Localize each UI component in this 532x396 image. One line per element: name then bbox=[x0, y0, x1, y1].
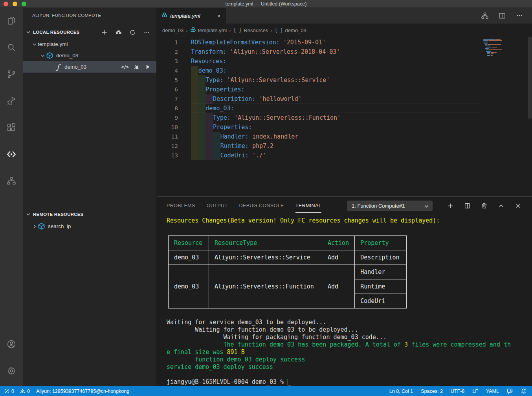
line-number: 2 bbox=[157, 49, 178, 55]
table-cell: Description bbox=[355, 250, 407, 265]
terminal-prompt[interactable]: jiangyu@B-165MLVDL-0004 demo_03 % bbox=[167, 378, 532, 386]
accounts-activity-item[interactable] bbox=[2, 335, 20, 353]
table-cell: demo_03 bbox=[169, 265, 209, 308]
minimap[interactable] bbox=[483, 39, 526, 56]
sidebar: ALIYUN: FUNCTION COMPUTE LOCAL RESOURCES… bbox=[23, 8, 157, 386]
table-row: demo_03Aliyun::Serverless::ServiceAddDes… bbox=[169, 250, 407, 265]
code-line-4[interactable]: 4demo_03: bbox=[157, 66, 532, 75]
code-line-9[interactable]: 9Type: 'Aliyun::Serverless::Function' bbox=[157, 113, 532, 122]
aliyun-function-compute-activity-item[interactable] bbox=[2, 145, 20, 163]
local-resources-header[interactable]: LOCAL RESOURCES bbox=[23, 27, 156, 38]
braces-icon: { } bbox=[233, 27, 242, 33]
deploy-cloud-icon[interactable] bbox=[115, 29, 122, 36]
indentation-status[interactable]: Spaces: 2 bbox=[421, 389, 443, 394]
aliyun-account-status[interactable]: Aliyun: 1295939377467795@cn-hongkong bbox=[36, 389, 129, 394]
breadcrumb-item[interactable]: demo_03 bbox=[162, 27, 183, 33]
code-line-10[interactable]: 10Properties: bbox=[157, 122, 532, 132]
code-line-6[interactable]: 6Properties: bbox=[157, 85, 532, 94]
resource-graph-icon[interactable] bbox=[481, 12, 489, 20]
line-number: 1 bbox=[157, 39, 178, 46]
source-control-activity-item[interactable] bbox=[2, 65, 20, 83]
code-line-5[interactable]: 5Type: 'Aliyun::Serverless::Service' bbox=[157, 75, 532, 85]
code-icon[interactable]: </> bbox=[121, 64, 128, 70]
code-editor[interactable]: 1ROSTemplateFormatVersion: '2015-09-01'2… bbox=[157, 37, 532, 196]
play-icon[interactable] bbox=[145, 64, 151, 70]
tree-item-search_ip[interactable]: search_ip bbox=[23, 221, 156, 232]
table-row: demo_03Aliyun::Serverless::FunctionAddHa… bbox=[169, 265, 407, 279]
table-cell: Runtime bbox=[355, 279, 407, 294]
panel-tab-problems[interactable]: PROBLEMS bbox=[167, 197, 195, 215]
editor-scrollbar[interactable] bbox=[527, 37, 532, 196]
problems-indicator[interactable]: 0 0 bbox=[4, 388, 30, 394]
extensions-activity-item[interactable] bbox=[2, 119, 20, 137]
more-icon[interactable] bbox=[143, 29, 150, 36]
chevron-down-icon bbox=[25, 211, 31, 217]
feedback-icon[interactable] bbox=[507, 388, 513, 394]
add-icon[interactable] bbox=[101, 29, 108, 36]
panel-tab-output[interactable]: OUTPUT bbox=[207, 197, 228, 215]
table-cell: Aliyun::Serverless::Service bbox=[209, 250, 322, 265]
panel-tab-debug-console[interactable]: DEBUG CONSOLE bbox=[239, 197, 284, 215]
settings-gear-activity-item[interactable] bbox=[2, 362, 20, 380]
aliyun-ros-activity-item[interactable] bbox=[2, 172, 20, 190]
title-bar: template.yml — Untitled (Workspace) bbox=[0, 0, 532, 8]
breadcrumb-item[interactable]: { }demo_03 bbox=[275, 27, 306, 33]
tree-item-demo_03[interactable]: demo_03 bbox=[23, 50, 156, 61]
breadcrumb: demo_03 › template.yml › { }Resources › … bbox=[157, 24, 532, 37]
minimize-window-button[interactable] bbox=[13, 2, 17, 6]
notifications-bell-icon[interactable] bbox=[521, 388, 526, 394]
terminal-line: service demo_03 deploy success bbox=[167, 363, 532, 371]
code-line-3[interactable]: 3Resources: bbox=[157, 57, 532, 66]
zoom-window-button[interactable] bbox=[22, 2, 26, 6]
code-line-12[interactable]: 12Runtime: php7.2 bbox=[157, 141, 532, 151]
terminal-line: Waiting for function demo_03 to be deplo… bbox=[167, 326, 532, 334]
line-number: 13 bbox=[157, 152, 178, 159]
refresh-icon[interactable] bbox=[129, 29, 136, 36]
code-line-7[interactable]: 7Description: 'helloworld' bbox=[157, 94, 532, 104]
code-line-13[interactable]: 13CodeUri: './' bbox=[157, 151, 532, 160]
remote-resources-header[interactable]: REMOTE RESOURCES bbox=[23, 209, 156, 220]
terminal[interactable]: Resources Changes(Beta version! Only FC … bbox=[157, 215, 532, 386]
fc-logo-icon bbox=[161, 12, 167, 19]
warning-count: 0 bbox=[27, 389, 30, 394]
bug-icon[interactable] bbox=[134, 64, 140, 70]
breadcrumb-item[interactable]: template.yml bbox=[190, 27, 227, 34]
terminal-picker-dropdown[interactable]: 1: Function Compute#1 bbox=[347, 201, 433, 211]
run-debug-activity-item[interactable] bbox=[2, 92, 20, 110]
cursor-position-status[interactable]: Ln 8, Col 1 bbox=[389, 389, 413, 394]
panel-tab-terminal[interactable]: TERMINAL bbox=[295, 197, 321, 215]
encoding-status[interactable]: UTF-8 bbox=[451, 389, 464, 394]
terminal-cursor bbox=[288, 379, 291, 385]
close-window-button[interactable] bbox=[4, 2, 8, 6]
split-editor-icon[interactable] bbox=[498, 12, 506, 20]
breadcrumb-item[interactable]: { }Resources bbox=[233, 27, 268, 33]
kill-terminal-trash-icon[interactable] bbox=[480, 202, 488, 210]
table-cell: demo_03 bbox=[169, 250, 209, 265]
search-activity-item[interactable] bbox=[2, 38, 20, 57]
code-line-11[interactable]: 11Handler: index.handler bbox=[157, 132, 532, 141]
tree-item-label: template.yml bbox=[38, 41, 68, 47]
language-mode-status[interactable]: YAML bbox=[486, 389, 499, 394]
maximize-panel-icon[interactable] bbox=[497, 202, 505, 210]
tree-item-label: search_ip bbox=[48, 223, 71, 229]
code-line-1[interactable]: 1ROSTemplateFormatVersion: '2015-09-01' bbox=[157, 38, 532, 47]
terminal-line: e final size was 891 B bbox=[167, 349, 532, 356]
eol-status[interactable]: LF bbox=[472, 389, 478, 394]
explorer-activity-item[interactable] bbox=[2, 12, 20, 30]
tree-item-template.yml[interactable]: template.yml bbox=[23, 38, 156, 50]
chevron-down-icon bbox=[40, 53, 46, 59]
line-number: 6 bbox=[157, 86, 178, 93]
remote-resources-label: REMOTE RESOURCES bbox=[33, 212, 83, 217]
code-line-2[interactable]: 2Transform: 'Aliyun::Serverless-2018-04-… bbox=[157, 47, 532, 57]
close-panel-icon[interactable] bbox=[514, 202, 522, 210]
close-tab-icon[interactable]: × bbox=[215, 13, 222, 19]
tree-item-demo_03[interactable]: ƒdemo_03</> bbox=[23, 61, 156, 73]
more-actions-icon[interactable] bbox=[515, 12, 523, 20]
tab-template-yml[interactable]: template.yml × bbox=[157, 8, 226, 24]
code-line-8[interactable]: 8demo_03: bbox=[157, 104, 532, 113]
line-number: 5 bbox=[157, 77, 178, 83]
split-terminal-icon[interactable] bbox=[463, 202, 471, 210]
terminal-line: The function demo_03 has been packaged. … bbox=[167, 341, 532, 349]
new-terminal-icon[interactable] bbox=[446, 202, 454, 210]
table-cell: CodeUri bbox=[355, 294, 407, 308]
